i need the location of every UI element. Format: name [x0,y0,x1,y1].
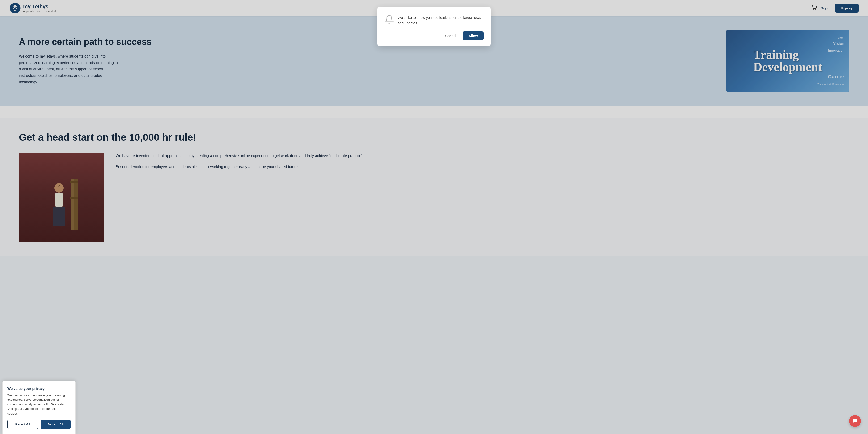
bell-icon [384,15,394,24]
notification-message: We'd like to show you notifications for … [398,14,484,26]
notification-top: We'd like to show you notifications for … [384,14,484,26]
notification-actions: Cancel Allow [384,31,484,40]
notification-dialog: We'd like to show you notifications for … [377,7,491,46]
notification-overlay: We'd like to show you notifications for … [0,0,868,256]
allow-button[interactable]: Allow [463,31,484,40]
cancel-button[interactable]: Cancel [441,31,460,40]
